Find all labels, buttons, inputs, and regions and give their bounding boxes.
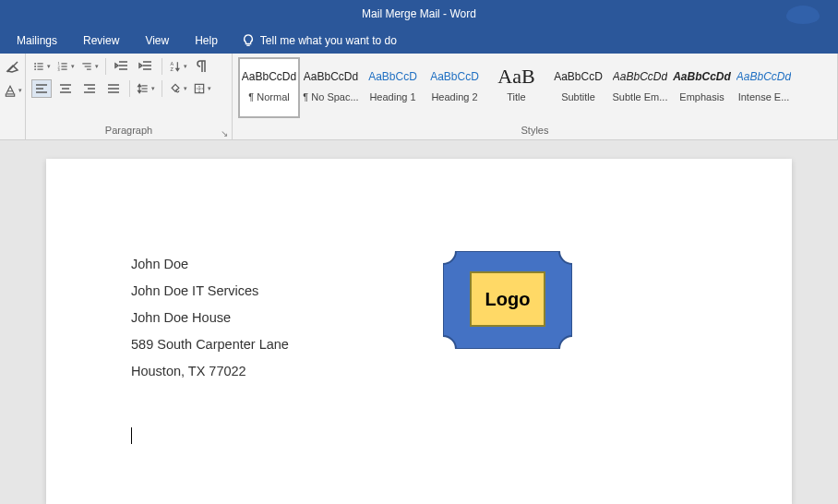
style-preview: AaBbCcDd — [736, 62, 791, 91]
style-item-heading-2[interactable]: AaBbCcDHeading 2 — [424, 57, 485, 118]
style-preview: AaB — [497, 62, 534, 91]
style-label: Title — [488, 91, 545, 102]
sort-button[interactable]: AZ — [168, 57, 188, 76]
title-bar: Mail Merge Mail - Word — [0, 0, 838, 28]
style-preview: AaBbCcDd — [242, 62, 296, 91]
style-item-heading-1[interactable]: AaBbCcDHeading 1 — [362, 57, 424, 118]
style-label: Emphasis — [674, 91, 730, 102]
svg-point-4 — [34, 63, 36, 65]
clear-formatting-button[interactable] — [3, 57, 23, 76]
doc-line[interactable]: Houston, TX 77022 — [131, 364, 792, 378]
style-item---normal[interactable]: AaBbCcDd¶ Normal — [238, 57, 300, 118]
tab-help[interactable]: Help — [184, 29, 229, 53]
show-marks-button[interactable] — [192, 57, 212, 76]
page[interactable]: John Doe John Doe IT Services John Doe H… — [46, 159, 792, 504]
tell-me-search[interactable]: Tell me what you want to do — [233, 29, 406, 53]
tab-view[interactable]: View — [134, 29, 180, 53]
tell-me-label: Tell me what you want to do — [260, 34, 397, 47]
style-item-subtle-em---[interactable]: AaBbCcDdSubtle Em... — [609, 57, 671, 118]
line-spacing-button[interactable] — [136, 79, 156, 98]
style-item-emphasis[interactable]: AaBbCcDdEmphasis — [671, 57, 733, 118]
shading-button[interactable] — [168, 79, 188, 98]
style-item-intense-e---[interactable]: AaBbCcDdIntense E... — [733, 57, 795, 118]
borders-button[interactable] — [192, 79, 212, 98]
paragraph-dialog-launcher[interactable]: ↘ — [221, 128, 230, 138]
align-right-button[interactable] — [79, 79, 100, 98]
style-preview: AaBbCcDd — [304, 62, 358, 91]
svg-marker-30 — [176, 68, 179, 70]
lightbulb-icon — [242, 34, 255, 47]
justify-button[interactable] — [103, 79, 124, 98]
style-preview: AaBbCcDd — [613, 62, 667, 91]
style-preview: AaBbCcD — [430, 62, 479, 91]
align-left-button[interactable] — [31, 79, 52, 98]
style-preview: AaBbCcDd — [673, 62, 731, 91]
decrease-indent-button[interactable] — [112, 57, 132, 76]
style-item-subtitle[interactable]: AaBbCcDSubtitle — [547, 57, 609, 118]
paragraph-group-label: Paragraph — [31, 125, 226, 138]
bullets-button[interactable] — [31, 57, 52, 76]
style-label: Heading 2 — [426, 91, 483, 102]
align-center-button[interactable] — [55, 79, 76, 98]
svg-marker-22 — [115, 64, 118, 67]
font-group — [0, 54, 26, 139]
svg-text:3: 3 — [58, 67, 60, 72]
logo-text-box[interactable]: Logo — [470, 271, 545, 327]
styles-group: AaBbCcDd¶ NormalAaBbCcDd¶ No Spac...AaBb… — [233, 54, 838, 139]
account-icon[interactable] — [786, 6, 820, 24]
style-label: ¶ Normal — [241, 91, 297, 102]
menu-bar: Mailings Review View Help Tell me what y… — [0, 28, 838, 54]
svg-point-6 — [34, 66, 36, 67]
tab-mailings[interactable]: Mailings — [6, 29, 68, 53]
font-color-button[interactable] — [3, 81, 23, 100]
numbering-button[interactable]: 123 — [55, 57, 76, 76]
svg-rect-3 — [6, 94, 14, 96]
style-label: Intense E... — [736, 91, 792, 102]
window-title: Mail Merge Mail - Word — [362, 7, 476, 20]
increase-indent-button[interactable] — [136, 57, 156, 76]
style-preview: AaBbCcD — [554, 62, 603, 91]
svg-point-8 — [34, 68, 36, 70]
svg-text:Z: Z — [171, 66, 174, 72]
style-preview: AaBbCcD — [368, 62, 417, 91]
style-label: Subtitle — [550, 91, 606, 102]
styles-group-label: Styles — [238, 125, 832, 138]
style-label: Heading 1 — [365, 91, 421, 102]
multilevel-list-button[interactable] — [79, 57, 100, 76]
tab-review[interactable]: Review — [72, 29, 130, 53]
logo-shape[interactable]: Logo — [443, 251, 572, 349]
paragraph-group: 123 AZ Paragraph ↘ — [26, 54, 233, 139]
style-item-title[interactable]: AaBTitle — [485, 57, 547, 118]
svg-marker-26 — [139, 64, 142, 67]
logo-text: Logo — [485, 289, 531, 310]
style-label: Subtle Em... — [612, 91, 668, 102]
ribbon: 123 AZ Paragraph ↘ — [0, 54, 838, 140]
style-item---no-spac---[interactable]: AaBbCcDd¶ No Spac... — [300, 57, 362, 118]
document-canvas[interactable]: John Doe John Doe IT Services John Doe H… — [0, 140, 838, 504]
style-label: ¶ No Spac... — [303, 91, 359, 102]
text-cursor — [131, 427, 132, 444]
